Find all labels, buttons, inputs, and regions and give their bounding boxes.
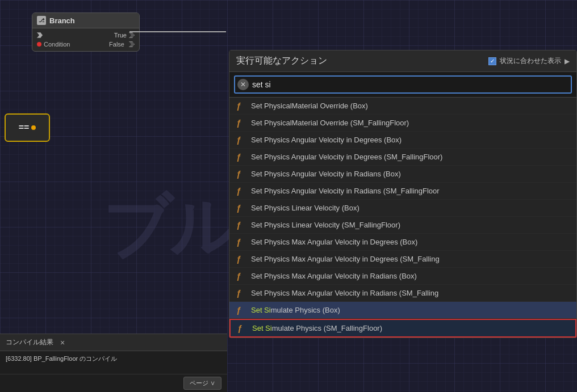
list-item[interactable]: ƒ Set Physics Angular Velocity in Degree… — [229, 149, 576, 166]
result-label: Set Physics Angular Velocity in Radians … — [251, 170, 401, 178]
function-icon: ƒ — [236, 135, 246, 145]
context-label: 状況に合わせた表示 — [500, 56, 561, 66]
search-bar: ✕ — [229, 72, 576, 98]
compile-message: [6332.80] BP_FallingFloor のコンパイル — [6, 355, 117, 362]
result-label: Set PhysicalMaterial Override (SM_Fallin… — [251, 119, 409, 127]
branch-icon: ⎇ — [37, 16, 46, 25]
list-item[interactable]: ƒ Set PhysicalMaterial Override (Box) — [229, 98, 576, 115]
result-label: Set Physics Max Angular Velocity in Radi… — [251, 289, 438, 297]
list-item[interactable]: ƒ Set Physics Max Angular Velocity in De… — [229, 251, 576, 268]
result-label: Set Simulate Physics (Box) — [251, 306, 340, 314]
list-item[interactable]: ƒ Set Physics Max Angular Velocity in Ra… — [229, 268, 576, 285]
result-label: Set Simulate Physics (SM_FallingFloor) — [252, 324, 382, 332]
true-out-arrow — [129, 32, 135, 38]
list-item[interactable]: ƒ Set Physics Max Angular Velocity in Ra… — [229, 285, 576, 302]
highlight-text: Set Si — [251, 306, 271, 314]
compile-footer: ページ ∨ — [0, 374, 227, 392]
equal-sign: == — [19, 123, 30, 133]
false-label: False — [109, 41, 124, 48]
true-pin-arrow — [37, 32, 43, 38]
result-label: Set Physics Angular Velocity in Degrees … — [251, 136, 402, 144]
result-label: Set Physics Linear Velocity (SM_FallingF… — [251, 221, 400, 229]
result-label: Set Physics Linear Velocity (Box) — [251, 204, 359, 212]
list-item[interactable]: ƒ Set Physics Linear Velocity (Box) — [229, 200, 576, 217]
highlight-text: Set Si — [252, 324, 272, 332]
context-checkbox[interactable]: ✓ — [488, 57, 496, 65]
branch-node-title: Branch — [49, 16, 75, 25]
action-dropdown-panel: 実行可能なアクション ✓ 状況に合わせた表示 ▶ ✕ ƒ Set Physica… — [229, 50, 577, 338]
equal-dot — [31, 125, 36, 130]
function-icon: ƒ — [236, 203, 246, 213]
function-icon: ƒ — [236, 237, 246, 247]
search-border: ✕ — [234, 75, 572, 94]
results-list: ƒ Set PhysicalMaterial Override (Box) ƒ … — [229, 98, 576, 338]
result-label: Set Physics Angular Velocity in Radians … — [251, 187, 440, 195]
function-icon: ƒ — [236, 101, 246, 111]
list-item-highlighted[interactable]: ƒ Set Simulate Physics (SM_FallingFloor) — [229, 319, 576, 338]
compile-title: コンパイル結果 — [6, 338, 53, 347]
list-item-selected[interactable]: ƒ Set Simulate Physics (Box) — [229, 302, 576, 319]
dropdown-header: 実行可能なアクション ✓ 状況に合わせた表示 ▶ — [229, 50, 576, 72]
list-item[interactable]: ƒ Set PhysicalMaterial Override (SM_Fall… — [229, 115, 576, 132]
branch-condition-row: Condition False — [37, 41, 135, 48]
result-label: Set Physics Max Angular Velocity in Radi… — [251, 272, 417, 280]
function-icon: ƒ — [236, 169, 246, 179]
function-icon: ƒ — [236, 271, 246, 281]
dropdown-title: 実行可能なアクション — [236, 55, 327, 67]
search-clear-button[interactable]: ✕ — [237, 79, 249, 90]
branch-node-header: ⎇ Branch — [32, 13, 139, 28]
chevron-right-icon: ▶ — [565, 57, 570, 65]
compile-close-button[interactable]: × — [60, 338, 65, 347]
branch-true-row: True — [37, 32, 135, 39]
false-out-arrow — [129, 41, 135, 47]
search-input[interactable] — [252, 80, 568, 89]
condition-label: Condition — [44, 41, 70, 48]
function-icon: ƒ — [236, 118, 246, 128]
result-label: Set PhysicalMaterial Override (Box) — [251, 102, 368, 110]
list-item[interactable]: ƒ Set Physics Angular Velocity in Degree… — [229, 132, 576, 149]
branch-node: ⎇ Branch True Condition False — [32, 12, 140, 52]
function-icon: ƒ — [236, 288, 246, 298]
branch-node-body: True Condition False — [32, 28, 139, 51]
result-label: Set Physics Angular Velocity in Degrees … — [251, 153, 442, 161]
list-item[interactable]: ƒ Set Physics Max Angular Velocity in De… — [229, 234, 576, 251]
result-label: Set Physics Max Angular Velocity in Degr… — [251, 255, 440, 263]
result-label: Set Physics Max Angular Velocity in Degr… — [251, 238, 417, 246]
true-pin-label: True — [114, 32, 127, 39]
compile-panel: コンパイル結果 × [6332.80] BP_FallingFloor のコンパ… — [0, 334, 227, 392]
function-icon: ƒ — [236, 254, 246, 264]
true-connection-line — [129, 31, 226, 32]
list-item[interactable]: ƒ Set Physics Angular Velocity in Radian… — [229, 166, 576, 183]
function-icon: ƒ — [237, 323, 248, 333]
list-item[interactable]: ƒ Set Physics Linear Velocity (SM_Fallin… — [229, 217, 576, 234]
function-icon: ƒ — [236, 220, 246, 230]
context-toggle[interactable]: ✓ 状況に合わせた表示 ▶ — [488, 56, 570, 66]
equal-node: == — [5, 113, 50, 142]
list-item[interactable]: ƒ Set Physics Angular Velocity in Radian… — [229, 183, 576, 200]
watermark-text: ブル — [102, 182, 236, 274]
page-button[interactable]: ページ ∨ — [183, 377, 221, 390]
condition-pin — [37, 42, 41, 47]
compile-body: [6332.80] BP_FallingFloor のコンパイル — [0, 351, 227, 374]
compile-header: コンパイル結果 × — [0, 334, 227, 351]
function-icon: ƒ — [236, 152, 246, 162]
function-icon: ƒ — [236, 186, 246, 196]
function-icon: ƒ — [236, 305, 246, 315]
